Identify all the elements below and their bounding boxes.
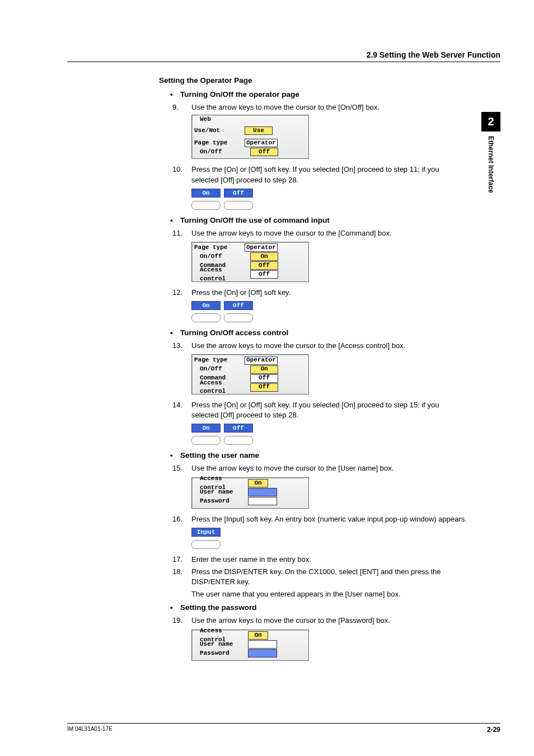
softkey-on[interactable] xyxy=(191,313,221,322)
header-section: 2.9 Setting the Web Server Function xyxy=(367,50,500,59)
field-access-control[interactable]: Off xyxy=(250,270,278,279)
label-page-type: Page type xyxy=(194,139,245,147)
softkey-label-on: On xyxy=(191,301,221,310)
panel-legend-web: Web xyxy=(199,115,212,124)
ui-panel-password: Access control On User name Password xyxy=(191,630,309,661)
field-user-name[interactable] xyxy=(248,640,277,649)
field-page-type[interactable]: Operator xyxy=(245,356,278,365)
field-password[interactable] xyxy=(248,649,277,658)
subheading-password: • Setting the password xyxy=(170,603,467,613)
label-user-name: User name xyxy=(194,640,245,649)
step-19: 19. Use the arrow keys to move the curso… xyxy=(172,616,467,626)
softkeys-on-off-1: On Off xyxy=(191,189,253,210)
field-access-control[interactable]: On xyxy=(248,631,268,640)
running-header: 2.9 Setting the Web Server Function xyxy=(67,50,500,62)
label-password: Password xyxy=(194,497,245,505)
subheading-user-name: • Setting the user name xyxy=(170,450,467,461)
label-page-type: Page type xyxy=(194,356,245,364)
bullet-icon: • xyxy=(170,450,180,461)
softkeys-input: Input xyxy=(191,528,221,549)
field-access-control[interactable]: Off xyxy=(250,383,278,392)
chapter-tab: 2 Ethernet Interface xyxy=(481,112,500,193)
softkey-on[interactable] xyxy=(191,201,221,210)
subheading-access-control: • Turning On/Off access control xyxy=(170,328,467,339)
softkey-label-off: Off xyxy=(224,301,253,310)
step-18: 18. Press the DISP/ENTER key. On the CX1… xyxy=(172,567,467,600)
bullet-icon: • xyxy=(170,603,180,613)
softkey-off[interactable] xyxy=(224,313,253,322)
ui-panel-access: Page type Operator On/Off On Command Off… xyxy=(191,354,309,395)
step-9: 9. Use the arrow keys to move the cursor… xyxy=(172,102,467,112)
footer: IM 04L31A01-17E 2-29 xyxy=(67,723,500,734)
doc-id: IM 04L31A01-17E xyxy=(67,726,113,734)
step-17: 17. Enter the user name in the entry box… xyxy=(172,555,467,565)
content: Setting the Operator Page • Turning On/O… xyxy=(162,76,467,661)
label-onoff: On/Off xyxy=(194,365,245,373)
label-access-control: Access control xyxy=(194,379,245,396)
page: 2.9 Setting the Web Server Function 2 Et… xyxy=(0,0,534,756)
softkey-label-off: Off xyxy=(224,424,253,433)
label-access-control: Access control xyxy=(194,266,245,283)
softkey-label-on: On xyxy=(191,424,221,433)
field-password[interactable] xyxy=(248,497,277,505)
step-15: 15. Use the arrow keys to move the curso… xyxy=(172,463,467,473)
chapter-title: Ethernet Interface xyxy=(487,132,495,193)
field-onoff[interactable]: On xyxy=(250,252,278,261)
softkeys-on-off-3: On Off xyxy=(191,424,253,445)
field-user-name[interactable] xyxy=(248,488,277,496)
page-number: 2-29 xyxy=(487,726,500,734)
subheading-operator-onoff: • Turning On/Off the operator page xyxy=(170,90,467,100)
softkey-off[interactable] xyxy=(224,436,253,445)
softkey-on[interactable] xyxy=(191,436,221,445)
softkey-label-on: On xyxy=(191,189,221,198)
bullet-icon: • xyxy=(170,215,180,226)
field-command[interactable]: Off xyxy=(250,261,278,270)
chapter-number: 2 xyxy=(481,112,500,132)
step-10: 10. Press the [On] or [Off] soft key. If… xyxy=(172,165,467,185)
label-user-name: User name xyxy=(194,488,245,496)
bullet-icon: • xyxy=(170,90,180,100)
page-heading: Setting the Operator Page xyxy=(159,76,467,86)
step-12: 12. Press the [On] or [Off] soft key. xyxy=(172,288,467,298)
softkeys-on-off-2: On Off xyxy=(191,301,253,322)
field-access-control[interactable]: On xyxy=(248,479,268,487)
label-page-type: Page type xyxy=(194,243,245,252)
label-onoff: On/Off xyxy=(194,252,245,261)
ui-panel-user: Access control On User name Password xyxy=(191,477,309,509)
ui-panel-command: Page type Operator On/Off On Command Off… xyxy=(191,242,309,282)
label-password: Password xyxy=(194,649,245,658)
subheading-command-input: • Turning On/Off the use of command inpu… xyxy=(170,215,467,226)
field-command[interactable]: Off xyxy=(250,374,278,383)
softkey-off[interactable] xyxy=(224,201,253,210)
step-14: 14. Press the [On] or [Off] soft key. If… xyxy=(172,400,467,420)
softkey-label-input: Input xyxy=(191,528,221,537)
bullet-icon: • xyxy=(170,328,180,339)
softkey-input[interactable] xyxy=(191,540,221,549)
field-page-type[interactable]: Operator xyxy=(245,243,278,252)
label-onoff: On/Off xyxy=(194,148,245,156)
ui-panel-web: Web Use/Not Use Page type Operator On/Of… xyxy=(191,115,309,159)
step-16: 16. Press the [Input] soft key. An entry… xyxy=(172,514,467,524)
label-use-not: Use/Not xyxy=(194,126,245,135)
step-13: 13. Use the arrow keys to move the curso… xyxy=(172,341,467,351)
field-onoff[interactable]: On xyxy=(250,365,278,374)
step-11: 11. Use the arrow keys to move the curso… xyxy=(172,228,467,238)
field-page-type[interactable]: Operator xyxy=(245,139,278,147)
field-onoff[interactable]: Off xyxy=(250,148,278,156)
field-use-not[interactable]: Use xyxy=(245,126,273,135)
softkey-label-off: Off xyxy=(224,189,253,198)
